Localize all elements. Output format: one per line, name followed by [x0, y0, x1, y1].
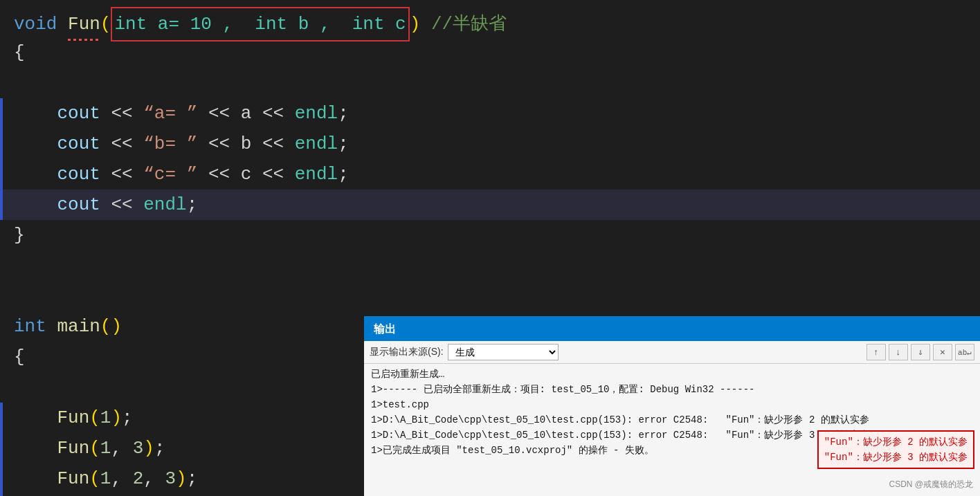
code-editor: void Fun ( int a= 10 , int b , int c ) /… [0, 0, 980, 496]
source-label: 显示输出来源(S): [370, 346, 444, 358]
code-line-6: cout << “c= ” << c << endl ; [0, 159, 980, 190]
paren-close: ) [410, 9, 421, 39]
code-line-4: cout << “a= ” << a << endl ; [0, 98, 980, 129]
icon-scroll-end[interactable]: ⇓ [911, 344, 930, 360]
call-paren-1: ( [89, 403, 100, 433]
code-line-3 [0, 68, 980, 98]
code-line-5: cout << “b= ” << b << endl ; [0, 129, 980, 159]
endl-1: endl [295, 98, 338, 129]
output-content: 已启动重新生成… 1>------ 已启动全部重新生成：项目: test_05_… [364, 364, 980, 496]
output-line-1: 已启动重新生成… [371, 367, 973, 382]
output-toolbar: 显示输出来源(S): 生成 ↑ ↓ ⇓ ✕ ab↵ [364, 341, 980, 364]
arg-2b: 3 [133, 433, 144, 463]
endl-4: endl [143, 190, 186, 220]
string-c: “c= ” [143, 159, 197, 190]
output-line-4: 1>D:\A_Bit_Code\cpp\test_05_10\test.cpp(… [371, 412, 973, 428]
icon-wrap[interactable]: ab↵ [955, 344, 974, 360]
output-title: 输出 [364, 318, 980, 341]
call-paren-3: ( [89, 463, 100, 494]
code-line-8: } [0, 220, 980, 250]
arg-3c: 3 [165, 463, 176, 494]
endl-2: endl [295, 129, 338, 159]
icon-clear[interactable]: ✕ [933, 344, 952, 360]
param-box: int a= 10 , int b , int c [111, 7, 409, 42]
code-line-7: cout << endl ; [0, 190, 980, 220]
comment-half-default: //半缺省 [431, 9, 507, 39]
cout-keyword-2: cout [57, 129, 100, 159]
error-line-1: "Fun"：缺少形参 2 的默认实参 [824, 434, 968, 450]
call-paren-close-3: ) [176, 463, 187, 494]
code-line-1: void Fun ( int a= 10 , int b , int c ) /… [0, 7, 980, 37]
keyword-void: void [14, 9, 57, 39]
call-fun-1: Fun [57, 403, 89, 433]
code-line-2: { [0, 37, 980, 68]
fn-main: main [57, 311, 100, 342]
toolbar-icons: ↑ ↓ ⇓ ✕ ab↵ [866, 344, 974, 360]
string-b: “b= ” [143, 129, 197, 159]
arg-3a: 1 [100, 463, 111, 494]
output-line-3: 1>test.cpp [371, 397, 973, 412]
main-parens: () [100, 311, 122, 342]
cout-keyword-4: cout [57, 190, 100, 220]
call-paren-2: ( [89, 433, 100, 463]
call-fun-2: Fun [57, 433, 89, 463]
call-fun-3: Fun [57, 463, 89, 494]
call-paren-close-2: ) [143, 433, 154, 463]
output-line-2: 1>------ 已启动全部重新生成：项目: test_05_10，配置: De… [371, 382, 973, 397]
string-a: “a= ” [143, 98, 197, 129]
call-paren-close-1: ) [111, 403, 122, 433]
source-select[interactable]: 生成 [448, 344, 559, 360]
error-highlight-box: "Fun"：缺少形参 2 的默认实参 "Fun"：缺少形参 3 的默认实参 [817, 430, 974, 469]
keyword-int: int [14, 311, 46, 342]
cout-keyword-3: cout [57, 159, 100, 190]
arg-1: 1 [100, 403, 111, 433]
output-panel: 输出 显示输出来源(S): 生成 ↑ ↓ ⇓ ✕ ab↵ 已启动重新生成… 1>… [364, 316, 980, 496]
error-line-2: "Fun"：缺少形参 3 的默认实参 [824, 450, 968, 465]
watermark: CSDN @戒魔镜的恐龙 [889, 479, 973, 490]
code-line-9 [0, 250, 980, 281]
arg-2a: 1 [100, 433, 111, 463]
cout-keyword: cout [57, 98, 100, 129]
fn-name-fun: Fun [68, 9, 100, 39]
icon-up[interactable]: ↑ [866, 344, 886, 360]
paren-open: ( [100, 9, 111, 39]
arg-3b: 2 [133, 463, 144, 494]
endl-3: endl [295, 159, 338, 190]
icon-down[interactable]: ↓ [889, 344, 908, 360]
code-line-10 [0, 281, 980, 311]
